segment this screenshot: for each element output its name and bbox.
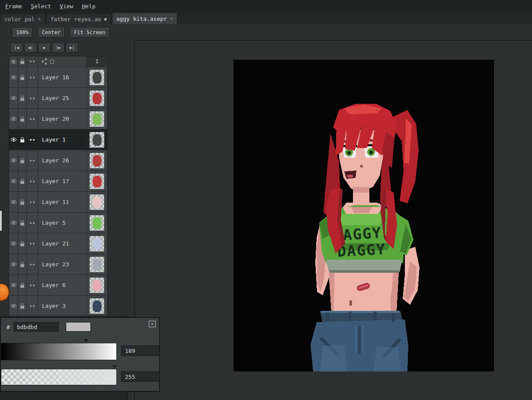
visibility-toggle[interactable] [9, 233, 18, 254]
center-button[interactable]: Center [38, 27, 65, 38]
cel-thumbnail[interactable] [87, 109, 107, 129]
lock-toggle[interactable] [18, 275, 27, 295]
lock-toggle[interactable] [18, 67, 27, 87]
layer-row[interactable]: Layer 21 [9, 233, 107, 254]
link-toggle[interactable] [27, 213, 38, 233]
link-toggle[interactable] [27, 192, 38, 212]
layer-row[interactable]: Layer 20 [9, 109, 107, 129]
play-button[interactable]: ▶ [38, 43, 51, 52]
tab-color-pal[interactable]: color pal × [0, 13, 45, 24]
link-toggle[interactable] [27, 233, 38, 254]
visibility-toggle[interactable] [9, 192, 18, 212]
visibility-toggle[interactable] [9, 275, 18, 295]
layer-row[interactable]: Layer 16 [9, 67, 107, 88]
cel-thumbnail[interactable] [87, 233, 107, 254]
alpha-slider-marker[interactable] [112, 365, 117, 368]
menu-view[interactable]: View [55, 1, 77, 12]
lock-toggle[interactable] [18, 213, 27, 233]
layer-row[interactable]: Layer 11 [9, 192, 107, 213]
value-slider[interactable] [1, 343, 117, 360]
layer-row[interactable]: Layer 3 [9, 296, 107, 316]
cel-thumbnail[interactable] [87, 150, 107, 171]
layer-name[interactable]: Layer 23 [38, 254, 87, 274]
tab-aggy-kita[interactable]: aggy kita.asepr × [112, 13, 178, 24]
layer-row[interactable]: Layer 17 [9, 171, 107, 192]
layer-row[interactable]: Layer 6 [9, 275, 107, 296]
link-toggle[interactable] [27, 275, 38, 295]
cel-thumbnail[interactable] [87, 129, 107, 150]
layer-name[interactable]: Layer 26 [38, 150, 87, 171]
panel-edge-handle[interactable] [0, 211, 2, 231]
cel-thumbnail[interactable] [87, 296, 107, 316]
layer-row[interactable]: Layer 23 [9, 254, 107, 275]
link-column-icon[interactable] [27, 56, 38, 67]
cel-thumbnail[interactable] [87, 171, 107, 191]
layer-row[interactable]: Layer 25 [9, 88, 107, 109]
link-toggle[interactable] [27, 129, 38, 150]
hex-input[interactable] [14, 322, 59, 332]
lock-toggle[interactable] [18, 88, 27, 108]
link-toggle[interactable] [27, 171, 38, 191]
layer-name[interactable]: Layer 6 [38, 275, 87, 295]
link-toggle[interactable] [27, 88, 38, 108]
layer-row[interactable]: Layer 5 [9, 213, 107, 233]
visibility-toggle[interactable] [9, 129, 18, 150]
lock-toggle[interactable] [18, 254, 27, 274]
first-frame-button[interactable]: |◀ [10, 43, 23, 52]
visibility-toggle[interactable] [9, 171, 18, 191]
link-toggle[interactable] [27, 296, 38, 316]
visibility-toggle[interactable] [9, 254, 18, 274]
visibility-toggle[interactable] [9, 150, 18, 171]
layer-name[interactable]: Layer 17 [38, 171, 87, 191]
visibility-toggle[interactable] [9, 67, 18, 87]
cel-thumbnail[interactable] [87, 275, 107, 295]
layer-name[interactable]: Layer 5 [38, 213, 87, 233]
orange-color-swatch[interactable] [0, 283, 10, 301]
cel-thumbnail[interactable] [87, 254, 107, 274]
close-icon[interactable]: × [149, 321, 156, 327]
value-slider-marker[interactable] [84, 339, 88, 342]
visibility-column-icon[interactable] [9, 56, 18, 67]
prev-frame-button[interactable]: ◀| [24, 43, 37, 52]
lock-toggle[interactable] [18, 150, 27, 171]
alpha-slider[interactable] [1, 369, 117, 385]
sprite-canvas[interactable]: AGGY DAGGY [234, 60, 494, 371]
lock-toggle[interactable] [18, 192, 27, 212]
tab-father-reyes[interactable]: father reyes.as ● [46, 13, 111, 24]
value-field[interactable]: 189 [121, 345, 160, 356]
zoom-100-button[interactable]: 100% [12, 27, 33, 38]
layer-name[interactable]: Layer 21 [38, 233, 87, 254]
cel-thumbnail[interactable] [87, 67, 107, 87]
fit-screen-button[interactable]: Fit Screen [70, 27, 109, 38]
layer-name[interactable]: Layer 1 [38, 129, 87, 150]
tab-close-icon[interactable]: × [170, 16, 173, 22]
lock-column-icon[interactable] [18, 56, 27, 67]
visibility-toggle[interactable] [9, 213, 18, 233]
cel-thumbnail[interactable] [87, 88, 107, 108]
layer-name[interactable]: Layer 16 [38, 67, 87, 87]
visibility-toggle[interactable] [9, 88, 18, 108]
frame-number-header[interactable]: 1 [87, 56, 107, 67]
menu-select[interactable]: Select [26, 1, 55, 12]
next-frame-button[interactable]: |▶ [52, 43, 64, 52]
layer-row[interactable]: Layer 26 [9, 150, 107, 171]
cel-thumbnail[interactable] [87, 192, 107, 212]
lock-toggle[interactable] [18, 171, 27, 191]
visibility-toggle[interactable] [9, 109, 18, 129]
last-frame-button[interactable]: ▶| [66, 43, 78, 52]
lock-toggle[interactable] [18, 233, 27, 254]
menu-frame[interactable]: Frame [1, 1, 26, 12]
layer-name[interactable]: Layer 11 [38, 192, 87, 212]
alpha-field[interactable]: 255 [121, 371, 160, 382]
layer-name[interactable]: Layer 3 [38, 296, 87, 316]
lock-toggle[interactable] [18, 296, 27, 316]
link-toggle[interactable] [27, 67, 38, 87]
menu-help[interactable]: Help [77, 1, 99, 12]
canvas-workspace[interactable]: AGGY DAGGY [134, 40, 532, 400]
cel-thumbnail[interactable] [87, 213, 107, 233]
visibility-toggle[interactable] [9, 296, 18, 316]
tab-close-icon[interactable]: × [38, 16, 41, 22]
link-toggle[interactable] [27, 109, 38, 129]
lock-toggle[interactable] [18, 109, 27, 129]
link-toggle[interactable] [27, 254, 38, 274]
